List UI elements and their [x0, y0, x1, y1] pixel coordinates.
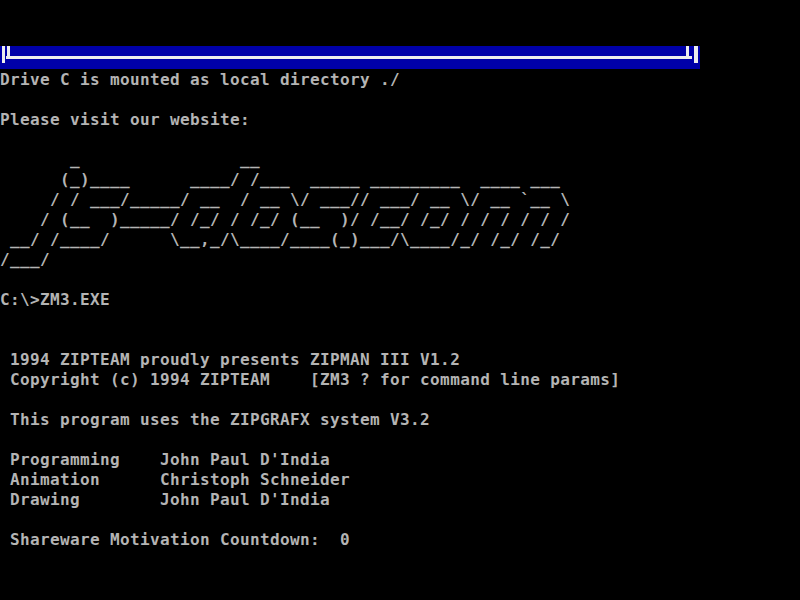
- dos-screen: Drive C is mounted as local directory ./…: [0, 0, 800, 600]
- loading-bar-frame-horizontal: [6, 56, 692, 59]
- loading-bar-frame-left-outer: [2, 46, 5, 63]
- loading-bar-frame-right-outer: [694, 46, 698, 63]
- loading-bar-frame-right-inner: [686, 46, 689, 59]
- loading-bar: [0, 46, 700, 69]
- terminal-output: Drive C is mounted as local directory ./…: [0, 70, 620, 550]
